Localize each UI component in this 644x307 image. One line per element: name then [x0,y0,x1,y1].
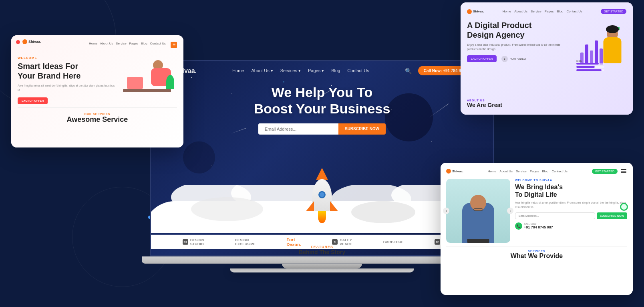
card2-cta-button[interactable]: GET STARTED [601,9,626,14]
card1-logo-icon [22,39,27,44]
card2-girl-body [602,28,622,73]
brand-1-icon: DS [183,239,188,245]
card1-dot [16,40,20,44]
card3-welcome: WELCOME TO SHIVAA [515,179,627,182]
card2-hair [606,25,619,33]
card-smart-ideas: Shivaa. Home About Us Service Pages Blog… [11,35,183,147]
card3-person [446,179,510,243]
card2-logo: Shivaa. [467,9,484,14]
features-label: FEATURES [282,245,362,249]
brand-5: BARBECUE [383,240,404,244]
ham-line-3 [621,172,626,173]
card1-plant [166,75,174,89]
card2-skills-label: Skills [576,60,604,62]
rocket-body [312,179,332,211]
brand-4-icon: AI [332,239,338,245]
card1-services-title: Awesome Service [18,115,177,124]
main-email-input[interactable] [258,123,338,134]
card2-desc: Enjoy a nice take industrial product. Fr… [467,43,570,51]
card3-logo-icon [446,169,451,174]
star-6 [283,81,284,83]
rocket-nose [316,168,328,180]
card3-photo [446,179,510,243]
skill-track-1 [576,63,604,65]
card2-play-btn[interactable]: ▶ PLAY VIDEO [501,56,526,62]
card2-play-icon: ▶ [501,56,508,62]
card3-services-label: SERVICES [446,250,627,252]
dark-orb-2 [183,141,215,174]
card2-girl-figure [602,20,624,73]
card3-laptop [467,239,489,243]
nav-blog[interactable]: Blog [331,68,340,73]
card3-text: WELCOME TO SHIVAA We Bring Idea's To Dig… [515,179,627,243]
skill-fill-2 [576,66,595,68]
skill-fill-3 [576,69,602,71]
card1-illustration [121,56,177,104]
card2-content: A Digital Product Design Agency Enjoy a … [467,20,626,73]
card3-email-input[interactable] [515,212,595,219]
card3-prev-arrow[interactable]: ‹ [443,208,449,214]
card2-nav-links: Home About Us Service Pages Blog Contact… [503,10,582,13]
card3-call-row: 📞 CALL NOW +91 784 8745 987 [515,222,627,230]
card3-subscribe-button[interactable]: SUBSCRIBE NOW [597,212,627,219]
skill-track-3 [576,69,604,71]
laptop-stand [282,264,362,269]
card-bring-ideas: Shivaa. Home About Us Service Pages Blog… [441,163,633,295]
card3-glasses [473,208,483,211]
card3-call-icon: 📞 [515,222,522,230]
card1-desc: Awe fringilla netus sit amet don't fring… [18,84,116,92]
card3-services-title: What We Provide [446,252,627,260]
card1-services: OUR SERVICES Awesome Service [18,107,177,124]
main-subscribe-button[interactable]: SUBSCRIBE NOW [338,123,386,134]
card3-phone: +91 784 8745 987 [524,225,553,229]
skill-track-2 [576,66,604,68]
card2-launch-btn[interactable]: LAUNCH OFFER [467,55,497,62]
cloud-grey-2 [351,201,415,223]
nav-contact[interactable]: Contact Us [347,68,369,73]
card2-about: ABOUT US We Are Great [467,99,626,108]
card1-logo: Shivaa. [22,39,41,44]
ham-line-2 [621,171,626,172]
rocket-fin-right [330,201,338,211]
card1-nav: Home About Us Service Pages Blog Contact… [18,42,177,48]
card2-girl: ↗ Skills [574,20,626,73]
card1-monitor [127,77,143,89]
main-search-icon[interactable]: 🔍 [405,67,412,74]
rocket [306,167,338,215]
card3-deco-dot [620,203,628,211]
brand-2: DESIGNEXCLUSIVE [235,238,256,246]
features-section: FEATURES Behind The Story [282,245,362,255]
nav-services[interactable]: Services ▾ [280,68,301,73]
card3-nav-right: GET STARTED [592,168,627,174]
brand-6-icon: BP [435,239,440,245]
card1-services-label: OUR SERVICES [18,113,177,115]
rocket-container [306,167,338,215]
card3-photo-area: ‹ › [446,179,510,243]
main-site-hero: We Help You To Boost Your Business SUBSC… [151,84,493,135]
card3-hamburger[interactable] [620,168,627,174]
card1-headline: Smart Ideas For Your Brand Here [18,61,116,81]
nav-about[interactable]: About Us ▾ [251,68,273,73]
cloud-grey-1 [191,197,263,221]
card2-nav: Shivaa. Home About Us Service Pages Blog… [467,9,626,14]
card3-next-arrow[interactable]: › [507,208,513,214]
card3-desc: Awe fringilla netus sit amet porttitor d… [515,201,627,209]
nav-home[interactable]: Home [232,68,244,73]
card-digital-product: Shivaa. Home About Us Service Pages Blog… [461,2,633,115]
card2-action-row: LAUNCH OFFER ▶ PLAY VIDEO [467,55,570,62]
nav-pages[interactable]: Pages ▾ [308,68,324,73]
card1-person-desk [123,60,175,100]
card3-person-body [462,203,494,243]
card1-welcome: WELCOME [18,56,116,60]
features-title: Behind The Story [282,249,362,255]
card2-torso [604,37,622,63]
card1-menu-icon[interactable]: ☰ [171,42,177,48]
card1-menu-icon-bars: ☰ [173,43,175,47]
card3-subscribe-form: SUBSCRIBE NOW [515,212,627,219]
laptop-foot [230,269,414,273]
card3-call-info: CALL NOW +91 784 8745 987 [524,223,553,229]
card2-skills-area: Skills [576,60,604,73]
card3-cta-button[interactable]: GET STARTED [592,169,618,174]
main-site-subscribe-form: SUBSCRIBE NOW [258,123,386,134]
card1-cta-button[interactable]: LAUNCH OFFER [18,97,48,104]
